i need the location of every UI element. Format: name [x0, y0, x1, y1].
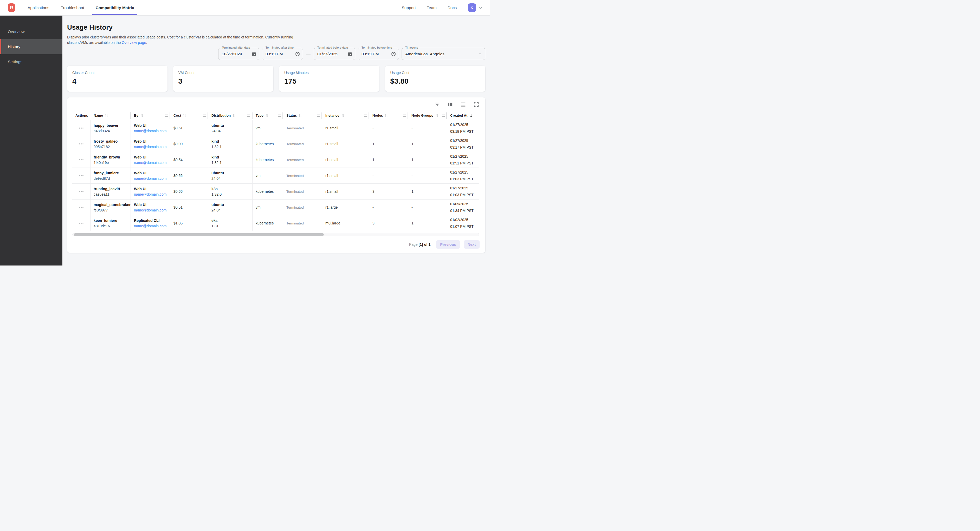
calendar-icon[interactable] — [251, 51, 256, 56]
filter-value[interactable]: 03:19 PM — [266, 52, 293, 56]
created-by-email-link[interactable]: name@domain.com — [134, 208, 170, 212]
column-header-type[interactable]: Type — [253, 111, 283, 120]
column-menu-icon[interactable] — [247, 114, 250, 117]
distribution-name: ubuntu — [212, 171, 252, 175]
created-by-email-link[interactable]: name@domain.com — [134, 160, 170, 165]
columns-icon[interactable] — [447, 101, 453, 107]
sort-icon[interactable] — [435, 114, 439, 117]
column-header-cost[interactable]: Cost — [170, 111, 208, 120]
nodes-value: 3 — [372, 189, 408, 193]
cost-value: $0.00 — [173, 142, 208, 146]
row-actions-cell[interactable] — [72, 168, 91, 184]
sort-icon[interactable] — [183, 114, 186, 117]
row-actions-cell[interactable] — [72, 120, 91, 136]
row-actions-cell[interactable] — [72, 184, 91, 199]
nav-tab-applications[interactable]: Applications — [27, 0, 49, 15]
sidebar-item-label: Settings — [8, 60, 22, 64]
node-groups-value: 1 — [412, 158, 447, 162]
column-header-instance[interactable]: Instance — [322, 111, 369, 120]
row-actions-menu-icon[interactable] — [79, 191, 84, 192]
column-header-name[interactable]: Name — [91, 111, 131, 120]
column-menu-icon[interactable] — [403, 114, 406, 117]
dropdown-arrow-icon[interactable] — [478, 52, 482, 56]
nav-link-support[interactable]: Support — [402, 5, 415, 10]
column-header-nodes[interactable]: Nodes — [369, 111, 408, 120]
sort-icon[interactable] — [232, 114, 236, 117]
horizontal-scrollbar-thumb[interactable] — [74, 233, 324, 236]
calendar-icon[interactable] — [347, 51, 352, 56]
replicated-logo[interactable]: R — [8, 3, 15, 12]
created-by-email-link[interactable]: name@domain.com — [134, 224, 170, 228]
nav-tab-troubleshoot[interactable]: Troubleshoot — [61, 0, 84, 15]
density-icon[interactable] — [460, 101, 466, 107]
nav-tab-label: Applications — [27, 5, 49, 10]
sidebar-item-overview[interactable]: Overview — [0, 24, 62, 39]
sidebar-item-history[interactable]: History — [0, 39, 62, 54]
row-actions-menu-icon[interactable] — [79, 175, 84, 176]
sort-icon[interactable] — [265, 114, 269, 117]
column-header-by[interactable]: By — [131, 111, 170, 120]
row-actions-cell[interactable] — [72, 136, 91, 152]
row-actions-menu-icon[interactable] — [79, 222, 84, 224]
fullscreen-icon[interactable] — [473, 101, 479, 107]
filter-timezone[interactable]: TimezoneAmerica/Los_Angeles — [402, 48, 485, 60]
filter-terminated-after-date[interactable]: Terminated after date10/27/2024 — [218, 48, 259, 60]
column-header-node-groups[interactable]: Node Groups — [408, 111, 447, 120]
distribution-name: kind — [212, 139, 252, 143]
nav-link-docs[interactable]: Docs — [448, 5, 457, 10]
sidebar-item-settings[interactable]: Settings — [0, 54, 62, 69]
column-menu-icon[interactable] — [165, 114, 168, 117]
filter-icon[interactable] — [434, 101, 440, 107]
sort-icon[interactable] — [105, 114, 108, 117]
filter-terminated-before-date[interactable]: Terminated before date01/27/2025 — [313, 48, 355, 60]
next-button[interactable]: Next — [464, 240, 480, 249]
chevron-down-icon[interactable] — [478, 5, 483, 10]
cost-value: $0.56 — [173, 174, 208, 178]
nav-tab-compatibility-matrix[interactable]: Compatibility Matrix — [95, 0, 134, 15]
filter-value[interactable]: 03:19 PM — [361, 52, 389, 56]
column-label: Actions — [75, 114, 88, 117]
created-by-source: Web UI — [134, 155, 170, 159]
sort-desc-icon[interactable] — [469, 113, 473, 118]
row-actions-menu-icon[interactable] — [79, 206, 84, 208]
column-menu-icon[interactable] — [317, 114, 320, 117]
filter-terminated-before-time[interactable]: Terminated before time03:19 PM — [358, 48, 399, 60]
created-by-email-link[interactable]: name@domain.com — [134, 192, 170, 197]
column-menu-icon[interactable] — [203, 114, 206, 117]
column-menu-icon[interactable] — [364, 114, 367, 117]
row-actions-menu-icon[interactable] — [79, 143, 84, 145]
sort-icon[interactable] — [341, 114, 345, 117]
sort-icon[interactable] — [298, 114, 302, 117]
column-header-distribution[interactable]: Distribution — [208, 111, 253, 120]
nav-link-team[interactable]: Team — [427, 5, 437, 10]
row-actions-cell[interactable] — [72, 200, 91, 215]
sort-icon[interactable] — [384, 114, 388, 117]
column-header-created-at[interactable]: Created At — [447, 111, 479, 120]
column-menu-icon[interactable] — [278, 114, 281, 117]
avatar[interactable]: K — [468, 3, 476, 12]
row-actions-menu-icon[interactable] — [79, 159, 84, 160]
filter-value[interactable]: America/Los_Angeles — [405, 52, 476, 56]
row-actions-menu-icon[interactable] — [79, 127, 84, 129]
filter-value[interactable]: 10/27/2024 — [222, 52, 250, 56]
sort-icon[interactable] — [140, 114, 144, 117]
avatar-initial: K — [471, 5, 473, 10]
clock-icon[interactable] — [295, 51, 300, 57]
filter-terminated-after-time[interactable]: Terminated after time03:19 PM — [262, 48, 303, 60]
previous-button[interactable]: Previous — [436, 240, 460, 249]
overview-page-link[interactable]: Overview page — [122, 41, 146, 45]
column-menu-icon[interactable] — [442, 114, 445, 117]
horizontal-scrollbar[interactable] — [72, 233, 479, 236]
created-by-email-link[interactable]: name@domain.com — [134, 145, 170, 149]
column-header-status[interactable]: Status — [283, 111, 322, 120]
created-by-email-link[interactable]: name@domain.com — [134, 129, 170, 133]
row-actions-cell[interactable] — [72, 152, 91, 168]
nodes-value: 1 — [372, 158, 408, 162]
created-by-email-link[interactable]: name@domain.com — [134, 176, 170, 181]
node-groups-cell: 1 — [408, 216, 447, 231]
row-actions-cell[interactable] — [72, 216, 91, 231]
user-menu[interactable]: K — [468, 3, 483, 12]
filter-value[interactable]: 01/27/2025 — [317, 52, 345, 56]
column-label: Nodes — [372, 114, 383, 117]
clock-icon[interactable] — [391, 51, 396, 57]
